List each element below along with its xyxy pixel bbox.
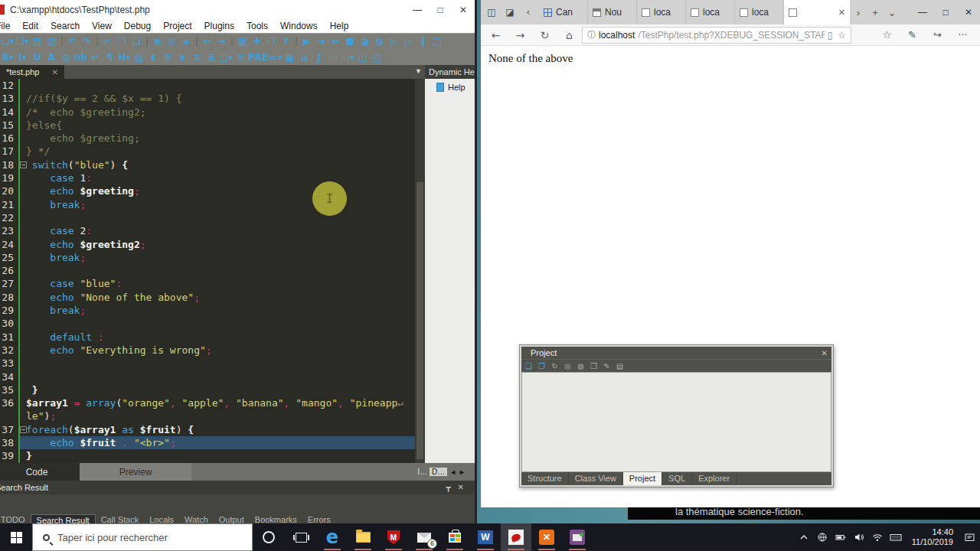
browser-tab-0[interactable]: Can (539, 0, 588, 24)
tab-list-dropdown-icon[interactable]: ▼ (415, 67, 422, 75)
project-tab-explorer[interactable]: Explorer (692, 472, 737, 485)
keyboard-icon[interactable] (887, 532, 905, 543)
toolbar2-icon-18[interactable]: ≔▾ (268, 52, 283, 63)
toolbar2-icon-7[interactable]: ¶ (103, 52, 117, 63)
help-item[interactable]: Help (425, 83, 475, 92)
scrollbar-thumb[interactable] (416, 182, 423, 459)
toolbar2-icon-5[interactable]: nb (74, 52, 88, 63)
code-line-27[interactable]: 27 case "blue": (0, 277, 415, 290)
toolbar2-icon-10[interactable]: ◖ (146, 52, 161, 63)
toolbar1-icon-22[interactable]: ? (279, 36, 293, 47)
project-window-titlebar[interactable]: Project ✕ (521, 347, 831, 359)
code-line-39[interactable]: 39} (0, 449, 415, 462)
toolbar1-icon-8[interactable]: ✂ (100, 36, 115, 47)
code-line-17[interactable]: 17} */ (0, 145, 415, 158)
toolbar1-icon-9[interactable]: ❐ (115, 36, 129, 47)
code-line-15[interactable]: 15}else{ (0, 119, 415, 132)
new-tab-button[interactable]: + (867, 7, 884, 18)
fold-marker[interactable]: − (20, 426, 27, 433)
editor-scrollbar[interactable] (415, 79, 425, 463)
code-line-22[interactable]: 22 (0, 211, 415, 224)
result-right-button-1[interactable]: D… (430, 468, 447, 476)
notification-center-icon[interactable] (960, 532, 978, 543)
toolbar2-icon-25[interactable]: ◰ (370, 52, 384, 63)
taskbar-app-store[interactable] (439, 523, 470, 551)
tab-scroll-right-icon[interactable]: › (850, 7, 867, 18)
menu-plugins[interactable]: Plugins (198, 21, 240, 31)
taskbar-app-codelobster[interactable] (501, 523, 531, 551)
toolbar2-icon-9[interactable]: ▨ (132, 52, 146, 63)
code-line-14[interactable]: 14/* echo $greeting2; (0, 106, 415, 119)
code-line-23[interactable]: 23 case 2: (0, 224, 415, 237)
menu-help[interactable]: Help (324, 21, 355, 31)
project-close-icon[interactable]: ✕ (822, 349, 828, 357)
toolbar1-icon-2[interactable]: ▤ (30, 36, 44, 47)
menu-file[interactable]: File (0, 21, 16, 31)
tab-code[interactable]: Code (0, 463, 80, 481)
menu-edit[interactable]: Edit (16, 21, 44, 31)
code-line-13[interactable]: 13//if($y == 2 && $x == 1) { (0, 92, 415, 105)
ide-close-button[interactable]: ✕ (452, 5, 475, 15)
toolbar1-icon-25[interactable]: ⇥ (314, 36, 328, 47)
code-area[interactable]: 1213//if($y == 2 && $x == 1) {14/* echo … (0, 79, 415, 463)
toolbar1-icon-14[interactable]: ◈ (179, 36, 194, 47)
toolbar2-icon-0[interactable]: B▾ (1, 52, 15, 63)
toolbar2-icon-24[interactable]: ◫ (355, 52, 370, 63)
project-tab-sql[interactable]: SQL (662, 472, 692, 485)
toolbar2-icon-15[interactable]: □▾ (219, 52, 234, 63)
wifi-icon[interactable] (868, 532, 887, 543)
toolbar1-icon-1[interactable]: ❐▾ (15, 36, 30, 47)
toolbar2-icon-20[interactable]: ⌂ (297, 52, 312, 63)
code-line-21[interactable]: 21 break; (0, 198, 415, 211)
browser-tab-active[interactable]: ✕ (784, 0, 850, 24)
toolbar1-icon-13[interactable]: ◎ (165, 36, 179, 47)
browser-tab-4[interactable]: loca (735, 0, 784, 24)
code-line-30[interactable]: 30 (0, 317, 415, 330)
toolbar2-icon-8[interactable]: H▾ (117, 52, 132, 63)
ide-maximize-button[interactable]: □ (429, 5, 452, 15)
browser-maximize-button[interactable]: □ (934, 7, 957, 18)
toolbar1-icon-26[interactable]: ⇤ (328, 36, 343, 47)
ide-minimize-button[interactable]: — (406, 5, 429, 15)
fold-marker[interactable]: − (20, 161, 27, 168)
set-aside-tabs-icon[interactable]: ◪ (501, 7, 519, 18)
toolbar1-icon-33[interactable]: □ (430, 36, 445, 47)
toolbar1-icon-20[interactable]: ✚ (250, 36, 264, 47)
result-right-button-0[interactable]: I… (417, 468, 427, 476)
project-tab-class-view[interactable]: Class View (569, 472, 623, 485)
toolbar1-icon-29[interactable]: ◍ (372, 36, 387, 47)
toolbar1-icon-19[interactable]: ▦ (235, 36, 250, 47)
toolbar2-icon-23[interactable]: ▭▾ (341, 52, 355, 63)
taskbar-app-word[interactable]: W (470, 523, 501, 551)
speaker-icon[interactable] (850, 532, 868, 543)
cortana-button[interactable] (253, 523, 285, 551)
browser-tab-1[interactable]: Nou (588, 0, 637, 24)
pin-icon[interactable]: ┳ (446, 481, 451, 494)
code-line-35[interactable]: 35 } (0, 383, 415, 396)
start-button[interactable] (0, 523, 32, 551)
tab-dropdown-icon[interactable]: ⌄ (884, 7, 900, 18)
toolbar1-icon-32[interactable]: ‖ (416, 36, 430, 47)
toolbar2-icon-6[interactable]: ↵ (88, 52, 103, 63)
taskbar-app-xampp[interactable]: ✕ (531, 523, 562, 551)
tab-close-icon[interactable]: ✕ (838, 8, 845, 18)
project-toolbar-icon-0[interactable]: ❏ (524, 362, 534, 370)
forward-icon[interactable]: → (508, 29, 532, 41)
editor-tab-close-icon[interactable]: ✕ (51, 68, 57, 77)
project-tree-area[interactable] (521, 372, 831, 472)
toolbar2-icon-16[interactable]: ≡ (234, 52, 248, 63)
code-line-32[interactable]: 32 echo "Everything is wrong"; (0, 344, 415, 357)
toolbar2-icon-22[interactable]: ▭ (326, 52, 341, 63)
code-line-36[interactable]: 36$array1 = array("orange", "apple", "ba… (0, 396, 415, 409)
code-line-20[interactable]: 20 echo $greeting; (0, 184, 415, 197)
code-line-37[interactable]: 37−foreach($array1 as $fruit) { (0, 423, 415, 436)
code-line-28[interactable]: 28 echo "None of the above"; (0, 291, 415, 304)
taskbar-app-file-explorer[interactable] (348, 523, 378, 551)
toolbar1-icon-3[interactable]: ▥ (44, 36, 59, 47)
site-info-icon[interactable]: ⓘ (587, 29, 596, 41)
code-line-16[interactable]: 16 echo $greeting; (0, 132, 415, 145)
code-line-38[interactable]: 38 echo $fruit . "<br>"; (0, 436, 415, 449)
toolbar2-icon-21[interactable]: J (312, 52, 326, 63)
hub-favorites-icon[interactable]: ☆ (874, 29, 900, 41)
menu-project[interactable]: Project (157, 21, 198, 31)
